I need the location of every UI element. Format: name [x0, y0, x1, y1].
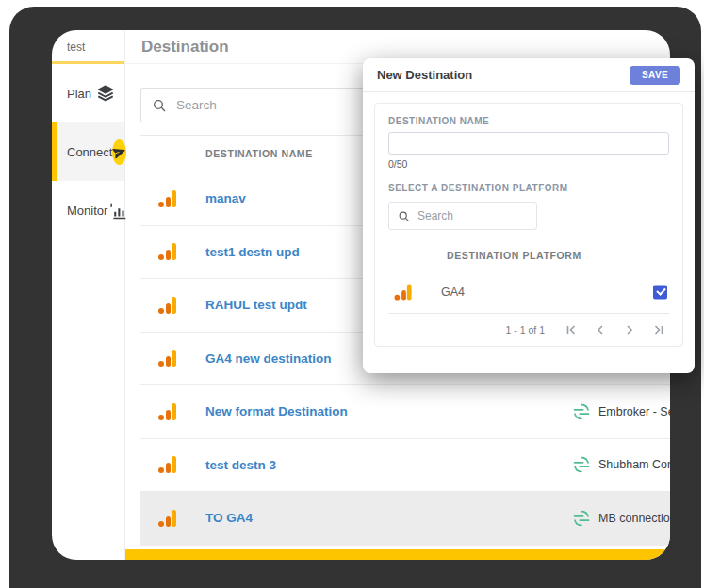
page-title: Destination: [141, 38, 229, 57]
previous-page-icon[interactable]: [594, 323, 607, 336]
connection-icon: [572, 402, 591, 421]
sidebar-item-label: Plan: [67, 87, 91, 101]
connection-name: Shubham Con: [598, 458, 670, 471]
destination-name-input[interactable]: [388, 132, 669, 155]
platform-row[interactable]: GA4: [388, 270, 669, 314]
google-analytics-icon: [158, 456, 179, 473]
platform-table-body: GA4: [388, 270, 669, 314]
search-icon: [152, 98, 167, 113]
sidebar-item-label: Connect: [67, 145, 112, 159]
first-page-icon[interactable]: [565, 323, 578, 336]
workspace-name: test: [52, 30, 124, 64]
connection-cell: Embroker - Se: [572, 402, 670, 421]
column-header-destination-name: DESTINATION NAME: [205, 148, 313, 159]
pagination: 1 - 1 of 1: [388, 314, 669, 346]
bottom-accent-bar: [125, 549, 670, 560]
sidebar: test Plan Connect: [52, 30, 125, 560]
destination-name-label: DESTINATION NAME: [388, 116, 669, 126]
sidebar-item-label: Monitor: [67, 204, 107, 218]
save-button[interactable]: SAVE: [630, 66, 680, 85]
pagination-range-label: 1 - 1 of 1: [506, 324, 545, 335]
table-row[interactable]: TO GA4 MB connectio: [140, 492, 670, 546]
last-page-icon[interactable]: [652, 323, 665, 336]
layers-icon: [94, 82, 117, 105]
sidebar-item-monitor[interactable]: Monitor: [52, 181, 124, 239]
connection-icon: [572, 455, 591, 474]
google-analytics-icon: [158, 190, 179, 207]
search-icon: [398, 210, 410, 222]
platform-section-label: SELECT A DESTINATION PLATFORM: [388, 183, 669, 193]
platform-name: GA4: [441, 286, 465, 299]
sidebar-item-plan[interactable]: Plan: [52, 64, 124, 122]
platform-search-input[interactable]: Search: [388, 202, 537, 230]
connection-name: MB connectio: [598, 512, 670, 525]
char-counter: 0/50: [388, 158, 669, 170]
modal-header: New Destination SAVE: [363, 58, 695, 92]
google-analytics-icon: [158, 350, 179, 367]
search-placeholder: Search: [417, 209, 453, 222]
google-analytics-icon: [395, 284, 415, 300]
destination-name-link[interactable]: test destn 3: [205, 458, 276, 472]
destination-name-link[interactable]: New format Destination: [205, 404, 348, 418]
table-row[interactable]: New format Destination Embroker - Se: [140, 385, 670, 439]
destination-name-link[interactable]: test1 destn upd: [205, 245, 300, 259]
modal-title: New Destination: [377, 68, 472, 82]
google-analytics-icon: [158, 297, 179, 314]
destination-name-link[interactable]: GA4 new destination: [205, 351, 332, 366]
destination-name-link[interactable]: manav: [205, 191, 246, 205]
screenshot-canvas: test Plan Connect: [0, 0, 704, 588]
connection-name: Embroker - Se: [598, 405, 670, 418]
next-page-icon[interactable]: [623, 323, 636, 336]
modal-form-card: DESTINATION NAME 0/50 SELECT A DESTINATI…: [374, 103, 683, 347]
connection-cell: Shubham Con: [572, 455, 670, 474]
google-analytics-icon: [158, 510, 179, 527]
search-placeholder: Search: [176, 98, 217, 112]
platform-table: DESTINATION PLATFORM GA4 1 - 1 of 1: [388, 240, 669, 346]
google-analytics-icon: [158, 243, 179, 260]
platform-table-header-row: DESTINATION PLATFORM: [388, 240, 669, 270]
modal-body: DESTINATION NAME 0/50 SELECT A DESTINATI…: [363, 92, 695, 373]
google-analytics-icon: [158, 403, 179, 420]
connection-icon: [572, 509, 591, 528]
column-header-destination-platform: DESTINATION PLATFORM: [447, 250, 581, 261]
platform-checkbox[interactable]: [653, 285, 667, 299]
connection-cell: MB connectio: [572, 509, 670, 528]
new-destination-modal: New Destination SAVE DESTINATION NAME 0/…: [363, 58, 695, 373]
sidebar-item-connect[interactable]: Connect: [52, 122, 124, 181]
destination-name-link[interactable]: RAHUL test updt: [205, 298, 307, 312]
table-row[interactable]: test destn 3 Shubham Con: [140, 439, 670, 493]
destination-name-link[interactable]: TO GA4: [205, 511, 253, 525]
